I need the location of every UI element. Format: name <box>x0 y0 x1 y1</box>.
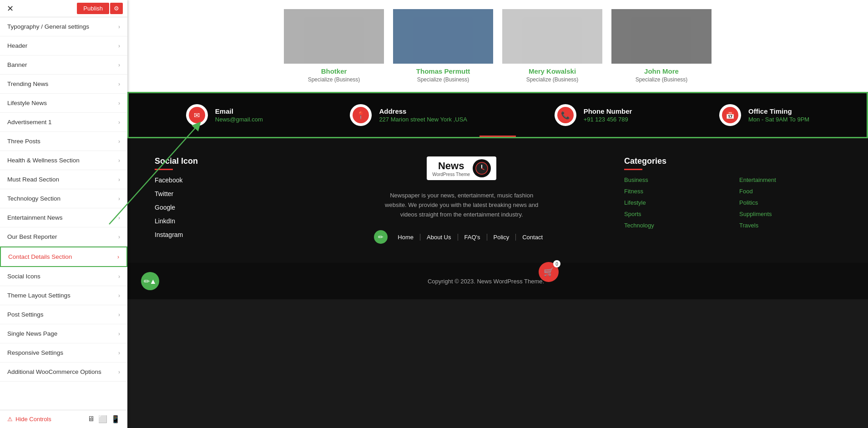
team-spec-3: Specialize (Business) <box>611 76 712 83</box>
sidebar-item-12[interactable]: Contact Details Section› <box>0 247 127 267</box>
hide-controls-button[interactable]: ⚠ Hide Controls <box>7 416 51 423</box>
sidebar-item-2[interactable]: Banner› <box>0 55 127 75</box>
copyright-bar: ✏▲ Copyright © 2023. News WordPress Them… <box>127 263 868 299</box>
sidebar-item-17[interactable]: Responsive Settings› <box>0 343 127 363</box>
close-button[interactable]: ✕ <box>5 3 15 14</box>
contact-item-3: 📅 Office Timing Mon - Sat 9AM To 9PM <box>719 104 809 126</box>
sidebar-item-13[interactable]: Social Icons› <box>0 267 127 286</box>
menu-item-label: Theme Layout Settings <box>7 292 71 299</box>
gear-button[interactable]: ⚙ <box>110 3 123 14</box>
team-name-3: John More <box>611 67 712 75</box>
sidebar-item-16[interactable]: Single News Page› <box>0 324 127 343</box>
footer-center-col: News WordPress Theme Newspaper is your n… <box>317 156 606 244</box>
contact-icon-3: 📅 <box>722 107 738 123</box>
chevron-icon: › <box>118 350 120 356</box>
sidebar-item-11[interactable]: Our Best Reporter› <box>0 227 127 247</box>
sidebar-item-7[interactable]: Health & Wellness Section› <box>0 151 127 170</box>
cart-button[interactable]: 🛒 0 <box>539 262 559 282</box>
contact-icon-2: 📞 <box>557 107 574 123</box>
cart-badge: 0 <box>553 260 560 267</box>
menu-item-label: Must Read Section <box>7 176 59 183</box>
team-card-1: Thomas Permutt Specialize (Business) <box>393 9 493 83</box>
contact-sub-0: News@gmail.com <box>215 116 263 123</box>
team-section: Bhotker Specialize (Business) Thomas Per… <box>127 0 868 92</box>
menu-item-label: Lifestyle News <box>7 100 47 106</box>
sidebar-item-10[interactable]: Entertainment News› <box>0 208 127 227</box>
contact-text-0: Email News@gmail.com <box>215 107 263 123</box>
contact-sub-1: 227 Marion street New York ,USA <box>379 116 467 123</box>
footer-nav-item-4[interactable]: Contact <box>516 234 549 241</box>
sidebar-header: ✕ Publish ⚙ <box>0 0 127 17</box>
sidebar-item-18[interactable]: Additional WooCommerce Options› <box>0 363 127 382</box>
social-link-1[interactable]: Twitter <box>155 190 299 197</box>
menu-item-label: Header <box>7 42 27 49</box>
sidebar-item-5[interactable]: Advertisement 1› <box>0 113 127 132</box>
category-link-2[interactable]: Fitness <box>624 188 726 195</box>
team-spec-1: Specialize (Business) <box>393 76 493 83</box>
category-link-3[interactable]: Food <box>739 188 841 195</box>
category-link-5[interactable]: Politics <box>739 199 841 206</box>
sidebar-item-14[interactable]: Theme Layout Settings› <box>0 286 127 305</box>
team-card-3: John More Specialize (Business) <box>611 9 712 83</box>
chevron-icon: › <box>118 292 120 299</box>
chevron-icon: › <box>118 62 120 68</box>
team-card-0: Bhotker Specialize (Business) <box>284 9 384 83</box>
sidebar-menu: Typography / General settings›Header›Ban… <box>0 17 127 410</box>
social-col-title: Social Icon <box>155 156 299 170</box>
menu-item-label: Health & Wellness Section <box>7 157 80 164</box>
contact-title-1: Address <box>379 107 467 115</box>
sidebar-item-3[interactable]: Trending News› <box>0 75 127 94</box>
sidebar-item-9[interactable]: Technology Section› <box>0 189 127 208</box>
scroll-top-button[interactable]: ✏▲ <box>141 272 159 290</box>
category-link-0[interactable]: Business <box>624 176 726 183</box>
team-name-1: Thomas Permutt <box>393 67 493 75</box>
social-link-2[interactable]: Google <box>155 204 299 211</box>
chevron-icon: › <box>118 215 120 221</box>
publish-button[interactable]: Publish <box>77 3 109 14</box>
footer-nav-item-2[interactable]: FAQ's <box>458 234 487 241</box>
desktop-view-icon[interactable]: 🖥 <box>87 415 95 423</box>
contact-text-2: Phone Number +91 123 456 789 <box>584 107 632 123</box>
sidebar-item-6[interactable]: Three Posts› <box>0 132 127 151</box>
social-icons-col: Social Icon FacebookTwitterGoogleLinkdIn… <box>155 156 299 245</box>
category-link-7[interactable]: Suppliments <box>739 211 841 217</box>
pencil-scroll-icon: ✏▲ <box>144 277 157 286</box>
team-spec-2: Specialize (Business) <box>502 76 602 83</box>
menu-item-label: Our Best Reporter <box>7 233 57 240</box>
category-link-9[interactable]: Travels <box>739 222 841 229</box>
footer-nav-item-3[interactable]: Policy <box>487 234 516 241</box>
categories-title: Categories <box>624 156 841 170</box>
contact-icon-circle-0: ✉ <box>186 104 208 126</box>
category-link-6[interactable]: Sports <box>624 211 726 217</box>
footer-nav-item-1[interactable]: About Us <box>420 234 458 241</box>
sidebar-item-1[interactable]: Header› <box>0 36 127 55</box>
social-link-0[interactable]: Facebook <box>155 176 299 184</box>
mobile-view-icon[interactable]: 📱 <box>111 415 120 423</box>
category-link-1[interactable]: Entertainment <box>739 176 841 183</box>
tablet-view-icon[interactable]: ⬜ <box>98 415 107 423</box>
social-link-4[interactable]: Instagram <box>155 231 299 238</box>
chevron-icon: › <box>118 176 120 183</box>
team-card-image-2 <box>502 9 602 64</box>
red-underline <box>479 136 516 137</box>
chevron-icon: › <box>118 369 120 375</box>
sidebar-item-8[interactable]: Must Read Section› <box>0 170 127 189</box>
menu-item-label: Entertainment News <box>7 214 63 221</box>
category-link-8[interactable]: Technology <box>624 222 726 229</box>
sidebar-item-0[interactable]: Typography / General settings› <box>0 17 127 36</box>
contact-icon-circle-1: 📍 <box>350 104 372 126</box>
contact-icon-circle-3: 📅 <box>719 104 741 126</box>
sidebar-item-15[interactable]: Post Settings› <box>0 305 127 324</box>
chevron-icon: › <box>118 100 120 106</box>
contact-sub-3: Mon - Sat 9AM To 9PM <box>748 116 809 123</box>
sidebar-footer: ⚠ Hide Controls 🖥 ⬜ 📱 <box>0 410 127 428</box>
social-link-3[interactable]: LinkdIn <box>155 217 299 225</box>
sidebar-item-4[interactable]: Lifestyle News› <box>0 94 127 113</box>
category-link-4[interactable]: Lifestyle <box>624 199 726 206</box>
menu-item-label: Three Posts <box>7 138 40 145</box>
team-card-image-1 <box>393 9 493 64</box>
footer-nav-item-0[interactable]: Home <box>391 234 420 241</box>
contact-title-2: Phone Number <box>584 107 632 115</box>
team-name-0: Bhotker <box>284 67 384 75</box>
footer-description: Newspaper is your news, entertainment, m… <box>384 191 539 219</box>
